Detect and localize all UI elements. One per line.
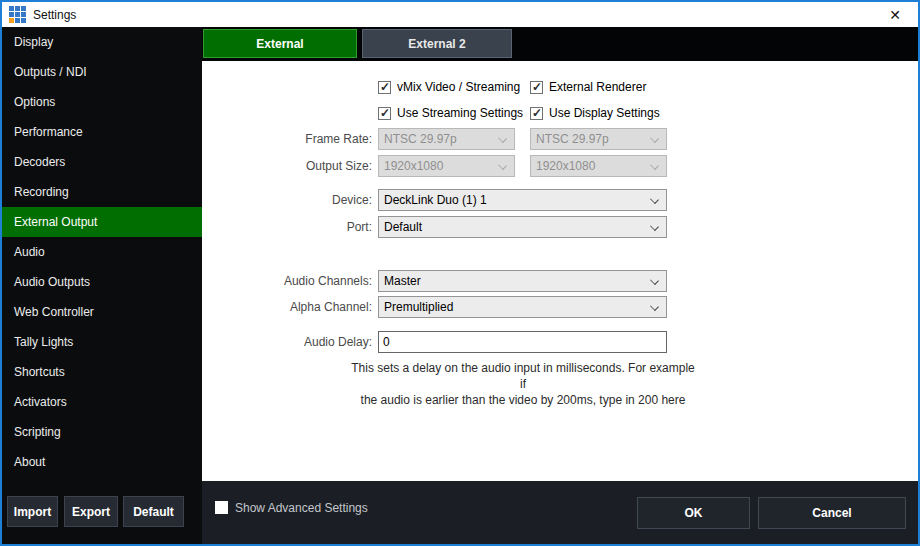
sidebar-item-performance[interactable]: Performance <box>2 117 202 147</box>
sidebar-item-tally-lights[interactable]: Tally Lights <box>2 327 202 357</box>
output-size-value-2: 1920x1080 <box>536 159 595 173</box>
sidebar-item-options[interactable]: Options <box>2 87 202 117</box>
chevron-down-icon <box>650 134 659 143</box>
use-display-checkbox[interactable] <box>530 107 543 120</box>
footer-bar: Show Advanced Settings OK Cancel <box>202 481 918 544</box>
vmix-logo-icon <box>9 6 26 23</box>
ok-button[interactable]: OK <box>637 497 750 529</box>
output-size-value-1: 1920x1080 <box>384 159 443 173</box>
audio-delay-help-line2: the audio is earlier than the video by 2… <box>348 392 698 408</box>
output-size-label: Output Size: <box>202 159 372 173</box>
tab-strip: External External 2 <box>202 27 918 61</box>
chevron-down-icon <box>650 195 659 204</box>
frame-rate-label: Frame Rate: <box>202 132 372 146</box>
external-renderer-checkbox[interactable] <box>530 81 543 94</box>
sidebar-item-activators[interactable]: Activators <box>2 387 202 417</box>
chevron-down-icon <box>650 222 659 231</box>
export-button[interactable]: Export <box>64 496 118 527</box>
alpha-channel-select[interactable]: Premultiplied <box>378 296 667 318</box>
output-size-select-2: 1920x1080 <box>530 155 667 177</box>
titlebar: Settings ✕ <box>2 2 918 27</box>
sidebar-item-outputs-ndi[interactable]: Outputs / NDI <box>2 57 202 87</box>
audio-delay-label: Audio Delay: <box>202 335 372 349</box>
device-value: DeckLink Duo (1) 1 <box>384 193 487 207</box>
default-button[interactable]: Default <box>123 496 184 527</box>
audio-delay-help-line1: This sets a delay on the audio input in … <box>348 360 698 392</box>
audio-delay-input[interactable] <box>378 331 667 353</box>
audio-channels-value: Master <box>384 274 421 288</box>
alpha-channel-value: Premultiplied <box>384 300 453 314</box>
chevron-down-icon <box>650 276 659 285</box>
use-streaming-label: Use Streaming Settings <box>397 106 523 120</box>
sidebar-item-decoders[interactable]: Decoders <box>2 147 202 177</box>
window-title: Settings <box>33 8 76 22</box>
sidebar-item-recording[interactable]: Recording <box>2 177 202 207</box>
checkbox-group-use-streaming: Use Streaming Settings <box>378 106 523 120</box>
chevron-down-icon <box>650 302 659 311</box>
output-size-select-1: 1920x1080 <box>378 155 515 177</box>
sidebar-item-about[interactable]: About <box>2 447 202 477</box>
tab-external[interactable]: External <box>203 29 357 58</box>
use-display-label: Use Display Settings <box>549 106 660 120</box>
tab-external-2[interactable]: External 2 <box>362 29 512 58</box>
show-advanced-label: Show Advanced Settings <box>235 501 368 515</box>
audio-channels-select[interactable]: Master <box>378 270 667 292</box>
close-icon[interactable]: ✕ <box>882 2 908 27</box>
checkbox-group-external-renderer: External Renderer <box>530 80 646 94</box>
sidebar-buttons: Import Export Default <box>2 496 202 527</box>
alpha-channel-label: Alpha Channel: <box>202 300 372 314</box>
frame-rate-value-2: NTSC 29.97p <box>536 132 609 146</box>
chevron-down-icon <box>498 134 507 143</box>
audio-channels-label: Audio Channels: <box>202 274 372 288</box>
frame-rate-select-1: NTSC 29.97p <box>378 128 515 150</box>
device-select[interactable]: DeckLink Duo (1) 1 <box>378 189 667 211</box>
chevron-down-icon <box>650 161 659 170</box>
show-advanced-checkbox[interactable] <box>215 501 228 514</box>
frame-rate-select-2: NTSC 29.97p <box>530 128 667 150</box>
port-select[interactable]: Default <box>378 216 667 238</box>
sidebar-item-external-output[interactable]: External Output <box>2 207 202 237</box>
settings-window: Settings ✕ Display Outputs / NDI Options… <box>0 0 920 546</box>
cancel-button[interactable]: Cancel <box>758 497 906 529</box>
sidebar-item-audio-outputs[interactable]: Audio Outputs <box>2 267 202 297</box>
sidebar-item-scripting[interactable]: Scripting <box>2 417 202 447</box>
port-label: Port: <box>202 220 372 234</box>
external-renderer-label: External Renderer <box>549 80 646 94</box>
chevron-down-icon <box>498 161 507 170</box>
device-label: Device: <box>202 193 372 207</box>
sidebar-item-display[interactable]: Display <box>2 27 202 57</box>
use-streaming-checkbox[interactable] <box>378 107 391 120</box>
vmix-video-checkbox[interactable] <box>378 81 391 94</box>
audio-delay-help: This sets a delay on the audio input in … <box>348 360 698 408</box>
sidebar: Display Outputs / NDI Options Performanc… <box>2 27 202 544</box>
frame-rate-value-1: NTSC 29.97p <box>384 132 457 146</box>
external-output-panel: vMix Video / Streaming External Renderer… <box>202 61 918 481</box>
sidebar-item-shortcuts[interactable]: Shortcuts <box>2 357 202 387</box>
sidebar-item-web-controller[interactable]: Web Controller <box>2 297 202 327</box>
import-button[interactable]: Import <box>7 496 58 527</box>
sidebar-item-audio[interactable]: Audio <box>2 237 202 267</box>
checkbox-group-vmix-video: vMix Video / Streaming <box>378 80 520 94</box>
vmix-video-label: vMix Video / Streaming <box>397 80 520 94</box>
port-value: Default <box>384 220 422 234</box>
checkbox-group-use-display: Use Display Settings <box>530 106 660 120</box>
